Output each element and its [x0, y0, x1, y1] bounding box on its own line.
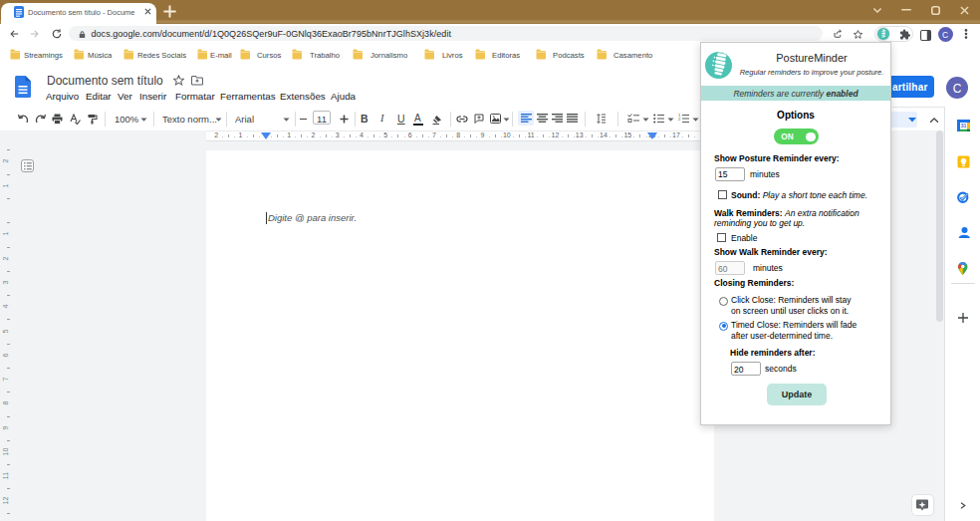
svg-text:31: 31 — [960, 123, 966, 129]
svg-text:2: 2 — [678, 117, 681, 122]
